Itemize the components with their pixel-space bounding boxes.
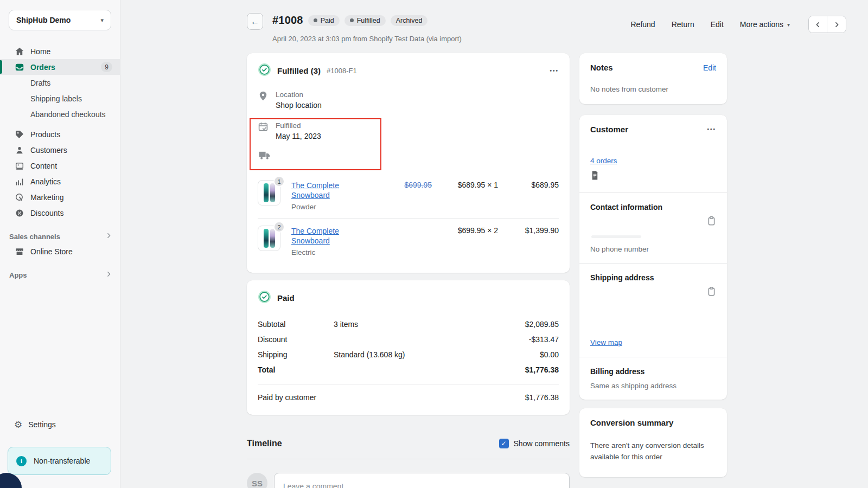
header-actions: Refund Return Edit More actions ▾ [631,16,847,33]
calendar-check-icon [258,121,269,140]
clipboard-icon [707,216,716,226]
sidebar-item-online-store[interactable]: Online Store [0,243,120,259]
clipboard-icon [707,286,716,297]
fulfilled-date: May 11, 2023 [276,132,321,140]
order-date-subtitle: April 20, 2023 at 3:03 pm from Shopify T… [272,35,462,43]
tracking-block [258,150,559,163]
redacted-address [590,298,716,337]
conversion-empty-text: There aren't any conversion details avai… [590,440,716,463]
orders-icon [14,62,24,72]
caret-down-icon: ▾ [787,22,790,28]
product-link[interactable]: The Complete Snowboard [291,181,339,200]
check-icon: ✓ [501,440,506,447]
discount-row: Discount -$313.47 [258,332,559,347]
image-icon [14,160,24,171]
order-pagination [808,16,846,33]
quantity-badge: 2 [273,221,285,233]
store-switcher[interactable]: ShipHub Demo ▾ [9,10,111,30]
payment-rows: Subtotal 3 items $2,089.85 Discount -$31… [258,317,559,405]
row-label: Discount [258,335,334,344]
sidebar-item-customers[interactable]: Customers [0,142,120,158]
sidebar-item-discounts[interactable]: Discounts [0,205,120,221]
sidebar-item-settings[interactable]: ⚙ Settings [0,416,120,433]
copy-shipping-address-button[interactable] [707,286,716,298]
sidebar-item-shipping-labels[interactable]: Shipping labels [0,91,120,106]
shipping-row: Shipping Standard (13.608 kg) $0.00 [258,347,559,362]
total-row: Total $1,776.38 [258,362,559,377]
sidebar-item-abandoned-checkouts[interactable]: Abandoned checkouts [0,106,120,122]
conversion-summary-card: Conversion summary There aren't any conv… [579,408,727,477]
product-link[interactable]: The Complete Snowboard [291,227,339,245]
truck-icon [258,153,271,162]
customer-orders-link[interactable]: 4 orders [590,157,617,165]
tag-icon [14,129,24,139]
row-amount: $0.00 [540,350,559,359]
right-column: Notes Edit No notes from customer Custom… [579,53,727,477]
chevron-left-icon [814,21,821,28]
more-actions-button[interactable]: More actions ▾ [740,20,790,29]
return-button[interactable]: Return [672,20,694,29]
target-icon [14,192,24,202]
product-thumbnail: 2 [258,226,280,251]
next-order-button[interactable] [827,16,846,33]
price-times-qty: $699.95 × 2 [443,226,498,235]
sidebar-nav: Home Orders 9 Drafts Shipping labels Aba… [0,43,120,282]
back-button[interactable]: ← [247,13,263,30]
view-map-link[interactable]: View map [590,338,622,346]
sidebar-item-label: Content [30,162,57,170]
chevron-right-icon [105,232,112,241]
sidebar-item-drafts[interactable]: Drafts [0,75,120,91]
copy-contact-button[interactable] [707,216,716,228]
sidebar-item-marketing[interactable]: Marketing [0,189,120,205]
success-check-icon [258,63,271,79]
sidebar-item-analytics[interactable]: Analytics [0,174,120,189]
success-check-icon [258,290,271,306]
refund-button[interactable]: Refund [631,20,655,29]
compare-at-price: $699.95 [387,180,432,189]
line-item-row: 2 The Complete Snowboard Electric $699.9… [258,219,559,264]
no-phone-text: No phone number [590,245,716,253]
row-label: Paid by customer [258,393,334,402]
customer-menu-button[interactable]: ••• [707,126,716,132]
snowboard-image [270,229,275,248]
chevron-right-icon [105,271,112,279]
show-comments-toggle[interactable]: ✓ Show comments [499,439,570,448]
sidebar-section-sales-channels[interactable]: Sales channels [0,229,120,243]
sidebar-bottom: ⚙ Settings i Non-transferable [0,416,120,488]
row-label: Subtotal [258,320,334,329]
status-badge-archived: Archived [391,15,428,26]
order-header: ← #1008 Paid Fulfilled Archived April 20… [247,12,846,47]
title-row: #1008 Paid Fulfilled Archived [272,14,427,27]
fulfillment-ref: #1008-F1 [327,67,357,75]
snowboard-image [264,229,269,248]
sidebar-item-label: Settings [28,420,56,429]
comment-input[interactable] [274,473,570,488]
sidebar-item-content[interactable]: Content [0,158,120,174]
sidebar-section-apps[interactable]: Apps [0,268,120,282]
row-detail: 3 items [334,320,525,329]
customer-section: Customer ••• 4 orders [579,115,727,192]
show-comments-checkbox[interactable]: ✓ [499,439,509,448]
sidebar-item-label: Drafts [30,79,50,87]
sidebar-item-label: Home [30,47,50,56]
sidebar-item-home[interactable]: Home [0,43,120,59]
non-transferable-banner: i Non-transferable [8,447,111,475]
fulfillment-title: Fulfilled (3) [277,66,321,75]
previous-order-button[interactable] [809,16,827,33]
location-value: Shop location [276,101,322,110]
app-root: ShipHub Demo ▾ Home Orders 9 Drafts [0,0,868,488]
edit-notes-link[interactable]: Edit [703,63,716,72]
line-item-row: 1 The Complete Snowboard Powder $699.95 … [258,174,559,219]
edit-button[interactable]: Edit [711,20,724,29]
redacted-email [591,235,641,238]
button-label: Refund [631,20,655,29]
billing-address-value: Same as shipping address [590,382,716,390]
notes-empty-text: No notes from customer [590,85,716,93]
payment-card-header: Paid [258,290,559,306]
sidebar-item-products[interactable]: Products [0,126,120,142]
show-comments-label: Show comments [514,439,570,448]
fulfillment-menu-button[interactable]: ••• [550,68,559,74]
sidebar-item-orders[interactable]: Orders 9 [0,59,120,75]
location-pin-icon [258,91,269,110]
button-label: Return [672,20,694,29]
